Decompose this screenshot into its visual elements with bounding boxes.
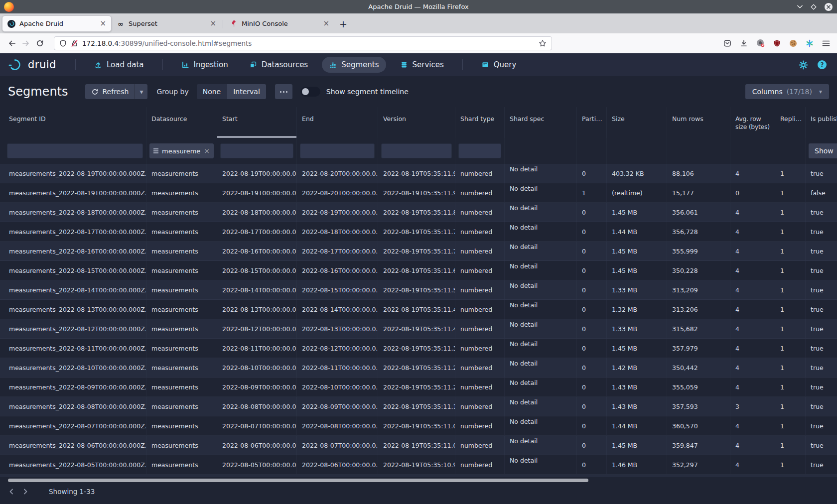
cell-avg-row-size[interactable]: 0: [730, 183, 775, 202]
column-header-start[interactable]: Start: [217, 107, 297, 138]
column-header-end[interactable]: End: [297, 107, 378, 138]
segment-timeline-toggle[interactable]: [300, 87, 320, 97]
cell-segment-id[interactable]: measurements_2022-08-14T00:00:00.000Z...: [0, 280, 146, 299]
cell-start[interactable]: 2022-08-15T00:00:00.0...: [217, 261, 297, 280]
cell-num-rows[interactable]: 313,206: [667, 300, 730, 319]
cell-is-published[interactable]: true: [806, 222, 837, 241]
cell-partition[interactable]: 0: [577, 397, 607, 416]
cell-datasource[interactable]: measurements: [146, 242, 217, 260]
cell-replicas[interactable]: 1: [775, 397, 806, 416]
reload-button[interactable]: [36, 39, 44, 47]
cell-shard-type[interactable]: numbered: [455, 242, 505, 260]
cell-replicas[interactable]: 1: [775, 280, 806, 299]
cell-partition[interactable]: 0: [577, 242, 607, 260]
cell-shard-spec[interactable]: No detail: [505, 164, 577, 183]
cell-shard-spec[interactable]: No detail: [505, 436, 577, 455]
cell-replicas[interactable]: 1: [775, 242, 806, 260]
cell-version[interactable]: 2022-08-19T05:35:11.4...: [378, 300, 455, 319]
cell-shard-spec[interactable]: No detail: [505, 242, 577, 260]
cell-version[interactable]: 2022-08-19T05:35:11.4...: [378, 319, 455, 338]
cell-shard-spec[interactable]: No detail: [505, 280, 577, 299]
cell-avg-row-size[interactable]: 4: [730, 203, 775, 222]
table-row[interactable]: measurements_2022-08-19T00:00:00.000Z...…: [0, 164, 837, 183]
cell-shard-spec[interactable]: No detail: [505, 203, 577, 222]
downloads-icon[interactable]: [740, 39, 748, 47]
cell-end[interactable]: 2022-08-12T00:00:00.0...: [297, 339, 378, 358]
cell-avg-row-size[interactable]: 4: [730, 300, 775, 319]
cell-partition[interactable]: 0: [577, 280, 607, 299]
tab-apache-druid[interactable]: Apache Druid ×: [2, 15, 112, 32]
cell-segment-id[interactable]: measurements_2022-08-11T00:00:00.000Z...: [0, 339, 146, 358]
cell-start[interactable]: 2022-08-18T00:00:00.0...: [217, 203, 297, 222]
column-header-datasource[interactable]: Datasource: [146, 107, 217, 138]
cell-segment-id[interactable]: measurements_2022-08-05T00:00:00.000Z...: [0, 455, 146, 474]
cell-num-rows[interactable]: 356,061: [667, 203, 730, 222]
cell-end[interactable]: 2022-08-19T00:00:00.0...: [297, 203, 378, 222]
cell-avg-row-size[interactable]: 4: [730, 339, 775, 358]
cell-segment-id[interactable]: measurements_2022-08-09T00:00:00.000Z...: [0, 378, 146, 396]
cell-is-published[interactable]: true: [806, 416, 837, 435]
column-header-version[interactable]: Version: [378, 107, 455, 138]
url-text[interactable]: 172.18.0.4:30899/unified-console.html#se…: [82, 39, 535, 47]
cell-shard-type[interactable]: numbered: [455, 455, 505, 474]
cell-shard-type[interactable]: numbered: [455, 183, 505, 202]
cell-start[interactable]: 2022-08-13T00:00:00.0...: [217, 300, 297, 319]
cell-num-rows[interactable]: 356,728: [667, 222, 730, 241]
cell-start[interactable]: 2022-08-10T00:00:00.0...: [217, 358, 297, 377]
cell-version[interactable]: 2022-08-19T05:35:11.0...: [378, 416, 455, 435]
table-row[interactable]: measurements_2022-08-12T00:00:00.000Z...…: [0, 319, 837, 339]
cell-partition[interactable]: 0: [577, 378, 607, 396]
cell-num-rows[interactable]: 359,847: [667, 436, 730, 455]
cell-segment-id[interactable]: measurements_2022-08-16T00:00:00.000Z...: [0, 242, 146, 260]
cell-version[interactable]: 2022-08-19T05:35:10.9...: [378, 455, 455, 474]
cell-start[interactable]: 2022-08-11T00:00:00.0...: [217, 339, 297, 358]
cell-partition[interactable]: 0: [577, 319, 607, 338]
cell-size[interactable]: 1.45 MB: [607, 436, 667, 455]
cell-size[interactable]: 1.44 MB: [607, 416, 667, 435]
cell-version[interactable]: 2022-08-19T05:35:11.2...: [378, 378, 455, 396]
cell-avg-row-size[interactable]: 4: [730, 261, 775, 280]
cell-segment-id[interactable]: measurements_2022-08-15T00:00:00.000Z...: [0, 261, 146, 280]
cell-shard-spec[interactable]: No detail: [505, 183, 577, 202]
cell-end[interactable]: 2022-08-08T00:00:00.0...: [297, 416, 378, 435]
cell-datasource[interactable]: measurements: [146, 319, 217, 338]
cell-version[interactable]: 2022-08-19T05:35:11.7...: [378, 222, 455, 241]
cell-end[interactable]: 2022-08-07T00:00:00.0...: [297, 436, 378, 455]
cell-end[interactable]: 2022-08-15T00:00:00.0...: [297, 280, 378, 299]
tracking-shield-icon[interactable]: [59, 39, 67, 47]
cell-size[interactable]: 1.46 MB: [607, 455, 667, 474]
cell-version[interactable]: 2022-08-19T05:35:11.1...: [378, 397, 455, 416]
start-filter-input[interactable]: [220, 143, 293, 158]
cell-is-published[interactable]: true: [806, 164, 837, 183]
cell-is-published[interactable]: true: [806, 280, 837, 299]
extension-asterisk-icon[interactable]: [806, 39, 814, 47]
nav-item-datasources[interactable]: Datasources: [242, 57, 315, 73]
settings-gear-icon[interactable]: [799, 60, 808, 70]
cell-start[interactable]: 2022-08-14T00:00:00.0...: [217, 280, 297, 299]
cell-end[interactable]: 2022-08-09T00:00:00.0...: [297, 397, 378, 416]
cell-size[interactable]: 1.32 MB: [607, 300, 667, 319]
next-page-button[interactable]: [21, 487, 30, 496]
cell-avg-row-size[interactable]: 4: [730, 319, 775, 338]
shard-type-filter-input[interactable]: [458, 143, 501, 158]
table-row[interactable]: measurements_2022-08-14T00:00:00.000Z...…: [0, 280, 837, 300]
cell-shard-type[interactable]: numbered: [455, 280, 505, 299]
cell-replicas[interactable]: 1: [775, 261, 806, 280]
table-row[interactable]: measurements_2022-08-16T00:00:00.000Z...…: [0, 242, 837, 261]
cell-size[interactable]: (realtime): [607, 183, 667, 202]
cell-shard-spec[interactable]: No detail: [505, 378, 577, 396]
cell-datasource[interactable]: measurements: [146, 183, 217, 202]
cell-datasource[interactable]: measurements: [146, 339, 217, 358]
cell-shard-type[interactable]: numbered: [455, 300, 505, 319]
table-row[interactable]: measurements_2022-08-11T00:00:00.000Z...…: [0, 339, 837, 358]
cell-start[interactable]: 2022-08-16T00:00:00.0...: [217, 242, 297, 260]
cell-avg-row-size[interactable]: 4: [730, 378, 775, 396]
cell-partition[interactable]: 0: [577, 416, 607, 435]
datasource-filter-chip[interactable]: measurements ×: [149, 143, 214, 158]
cell-segment-id[interactable]: measurements_2022-08-08T00:00:00.000Z...: [0, 397, 146, 416]
cell-datasource[interactable]: measurements: [146, 358, 217, 377]
table-row[interactable]: measurements_2022-08-10T00:00:00.000Z...…: [0, 358, 837, 378]
cell-shard-spec[interactable]: No detail: [505, 261, 577, 280]
column-header-num-rows[interactable]: Num rows: [667, 107, 730, 138]
cell-shard-type[interactable]: numbered: [455, 203, 505, 222]
